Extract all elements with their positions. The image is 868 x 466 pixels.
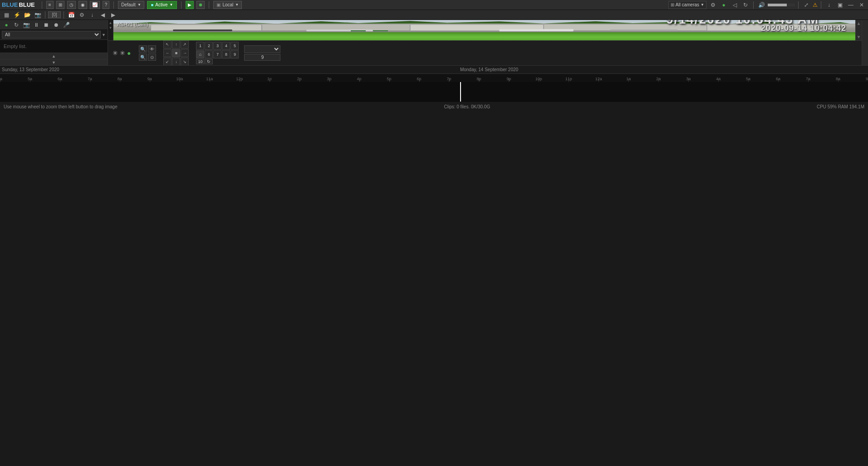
filter-arrow-icon: ▼ bbox=[102, 33, 106, 37]
signal-dropdown[interactable]: ▣ Local ▼ bbox=[213, 1, 242, 9]
video-container[interactable]: ASH21 (Cam) 2020-09-14 10:04:42 9/14/202… bbox=[113, 20, 855, 40]
prev-button[interactable]: ◀ bbox=[98, 10, 107, 19]
profile-dropdown[interactable]: Default ▼ bbox=[118, 1, 144, 9]
home-preset[interactable]: ⌂ bbox=[196, 50, 204, 58]
dpad-left[interactable]: ← bbox=[163, 49, 172, 57]
dpad-right[interactable]: → bbox=[181, 49, 189, 57]
settings-button[interactable]: ⚙ bbox=[708, 1, 717, 9]
next-button[interactable]: ▶ bbox=[108, 10, 118, 19]
timeline-content[interactable] bbox=[0, 82, 868, 102]
left-column: ● ↻ 📷 ⏸ ⏹ ⏺ 🎤 All ▼ Empty list. ▲ ▼ bbox=[0, 20, 108, 65]
preset-dropdown[interactable] bbox=[244, 45, 280, 53]
zoom-row-1: 🔍 👁 bbox=[139, 45, 156, 53]
zoom-row-2: 🔍 ⊙ bbox=[139, 53, 156, 61]
dpad-downleft[interactable]: ↙ bbox=[163, 58, 172, 65]
grid-view-button[interactable]: ▦ bbox=[2, 10, 11, 19]
timeline-header: Sunday, 13 September 2020 Monday, 14 Sep… bbox=[0, 66, 868, 74]
speaker-button[interactable]: 🔊 bbox=[757, 1, 766, 9]
cam-selector-arrow: ▼ bbox=[701, 3, 704, 7]
panel-scroll-down[interactable]: ▼ bbox=[0, 59, 108, 65]
zoom-out-button[interactable]: 🔍 bbox=[139, 53, 147, 61]
refresh-preset[interactable]: ↻ bbox=[205, 59, 213, 64]
dpad-downright[interactable]: ↘ bbox=[181, 58, 189, 65]
record2-button[interactable]: ⏺ bbox=[52, 20, 61, 29]
download-button[interactable]: ↓ bbox=[824, 1, 834, 9]
preset-5[interactable]: 5 bbox=[230, 42, 239, 50]
timeline-ruler[interactable]: 4a5a6a7a8a9a10a11a12p1p2p3p4p5p6p7p8p9p1… bbox=[0, 74, 868, 82]
right-scrollbar[interactable]: ▲ ▼ bbox=[855, 20, 862, 40]
flash-button[interactable]: ⚡ bbox=[12, 10, 21, 19]
scroll-up-icon[interactable]: ▲ bbox=[857, 21, 861, 26]
watch-button[interactable]: ◷ bbox=[67, 1, 76, 9]
toolbar-3: ● ↻ 📷 ⏸ ⏹ ⏺ 🎤 bbox=[0, 20, 108, 30]
panel-scroll-up[interactable]: ▲ bbox=[0, 53, 108, 59]
top-bar: BLUE BLUE ≡ ⊞ ◷ ◉ 📈 ? Default ▼ ■ Active… bbox=[0, 0, 868, 10]
record-button[interactable]: ⏺ bbox=[196, 1, 205, 9]
video-controls: ✳ ✳ ● 🔍 👁 🔍 ⊙ ↖ ↑ ↗ ← bbox=[108, 40, 862, 65]
help-button[interactable]: ? bbox=[103, 1, 110, 9]
lawn bbox=[113, 32, 855, 40]
menu-button[interactable]: ≡ bbox=[46, 1, 54, 9]
download2-button[interactable]: ↓ bbox=[88, 10, 97, 19]
back-button[interactable]: ◁ bbox=[730, 1, 739, 9]
car-4 bbox=[610, 29, 677, 31]
dpad-up[interactable]: ↑ bbox=[172, 40, 180, 49]
timeline: Sunday, 13 September 2020 Monday, 14 Sep… bbox=[0, 65, 868, 102]
camera-list[interactable]: Empty list. bbox=[0, 40, 108, 53]
preset-2[interactable]: 2 bbox=[205, 42, 213, 50]
forward-button[interactable]: ↻ bbox=[741, 1, 750, 9]
timeline-date-right: Monday, 14 September 2020 bbox=[460, 67, 518, 72]
preset-10[interactable]: 10 bbox=[196, 59, 204, 64]
chart-button[interactable]: 📈 bbox=[90, 1, 100, 9]
tb2-sep1 bbox=[45, 11, 45, 19]
tasks-button[interactable]: ⊞ bbox=[56, 1, 64, 9]
dpad-upleft[interactable]: ↖ bbox=[163, 40, 172, 49]
eye-button[interactable]: ◉ bbox=[78, 1, 87, 9]
go-preset-button[interactable]: 9 bbox=[244, 54, 280, 61]
mic-button[interactable]: 🎤 bbox=[62, 20, 71, 29]
volume-slider[interactable] bbox=[768, 4, 795, 6]
preset-8[interactable]: 8 bbox=[222, 50, 230, 58]
circle-button[interactable]: ● bbox=[719, 1, 728, 9]
camera3-button[interactable]: 📷 bbox=[22, 20, 31, 29]
camera-add-button[interactable]: 📷 bbox=[33, 10, 42, 19]
minimize-button[interactable]: — bbox=[846, 1, 855, 9]
status-indicator: ■ bbox=[151, 3, 153, 7]
dpad-center[interactable]: ■ bbox=[172, 49, 180, 57]
camera-filter-select[interactable]: All bbox=[2, 31, 101, 39]
preset-6[interactable]: 6 bbox=[205, 50, 213, 58]
refresh-button[interactable]: ↻ bbox=[12, 20, 21, 29]
tb2-sep2 bbox=[64, 11, 64, 19]
directional-pad: ↖ ↑ ↗ ← ■ → ↙ ↓ ↘ bbox=[163, 40, 189, 65]
expand-button[interactable]: ⤢ bbox=[802, 1, 811, 9]
timeline-scrollbar[interactable] bbox=[862, 20, 868, 65]
play-button[interactable]: ▶ bbox=[186, 1, 194, 9]
ptz-up[interactable]: ▲ bbox=[109, 21, 113, 25]
trashcan-2 bbox=[373, 30, 388, 31]
monitor-button[interactable]: ▣ bbox=[835, 1, 844, 9]
pause-button[interactable]: ⏸ bbox=[32, 20, 41, 29]
dot-button[interactable]: ● bbox=[2, 20, 11, 29]
camera-selector[interactable]: ⊞ All cameras ▼ bbox=[668, 1, 706, 9]
zoom-center-button[interactable]: ⊙ bbox=[148, 53, 156, 61]
settings2-button[interactable]: ⚙ bbox=[77, 10, 86, 19]
zoom-eye-button[interactable]: 👁 bbox=[148, 45, 156, 53]
dpad-down[interactable]: ↓ bbox=[172, 58, 180, 65]
status-dropdown[interactable]: ■ Active ▼ bbox=[147, 1, 177, 9]
preset-3[interactable]: 3 bbox=[213, 42, 221, 50]
preset-7[interactable]: 7 bbox=[213, 50, 221, 58]
stop-button[interactable]: ⏹ bbox=[42, 20, 51, 29]
close-button[interactable]: ✕ bbox=[857, 1, 866, 9]
ptz-down[interactable]: ▼ bbox=[109, 26, 113, 30]
preset-1[interactable]: 1 bbox=[196, 42, 204, 50]
zoom-in-button[interactable]: 🔍 bbox=[139, 45, 147, 53]
preset-4[interactable]: 4 bbox=[222, 42, 230, 50]
dpad-upright[interactable]: ↗ bbox=[181, 40, 189, 49]
open-folder-button[interactable]: 📂 bbox=[23, 10, 32, 19]
camera-label: ASH21 (Cam) bbox=[117, 22, 148, 27]
scroll-down-icon[interactable]: ▼ bbox=[857, 34, 861, 39]
preset-9[interactable]: 9 bbox=[230, 50, 239, 58]
calendar-button[interactable]: 📅 bbox=[67, 10, 76, 19]
separator-1 bbox=[42, 1, 42, 9]
indicator-icons: ✳ ✳ ● bbox=[113, 49, 131, 57]
